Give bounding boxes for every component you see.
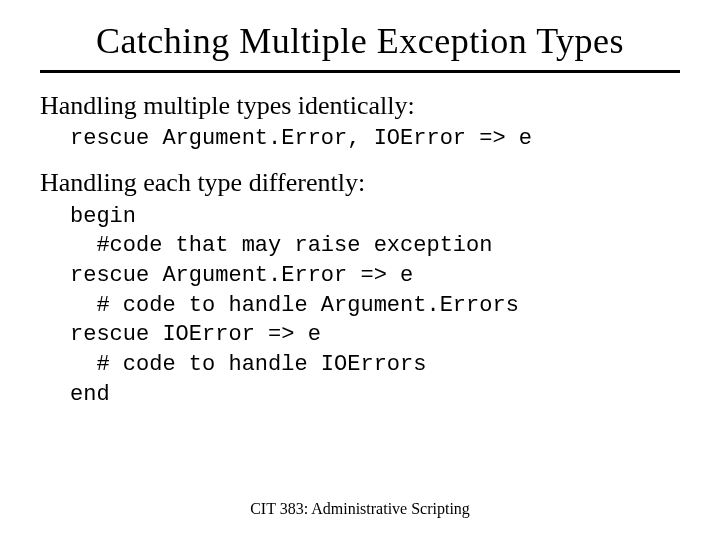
section1-code: rescue Argument.Error, IOError => e: [70, 125, 680, 154]
title-divider: [40, 70, 680, 73]
section2-code: begin #code that may raise exception res…: [70, 202, 680, 410]
section2-heading: Handling each type differently:: [40, 168, 680, 198]
slide-footer: CIT 383: Administrative Scripting: [0, 500, 720, 518]
slide: Catching Multiple Exception Types Handli…: [0, 0, 720, 540]
slide-title: Catching Multiple Exception Types: [40, 20, 680, 62]
section1-heading: Handling multiple types identically:: [40, 91, 680, 121]
